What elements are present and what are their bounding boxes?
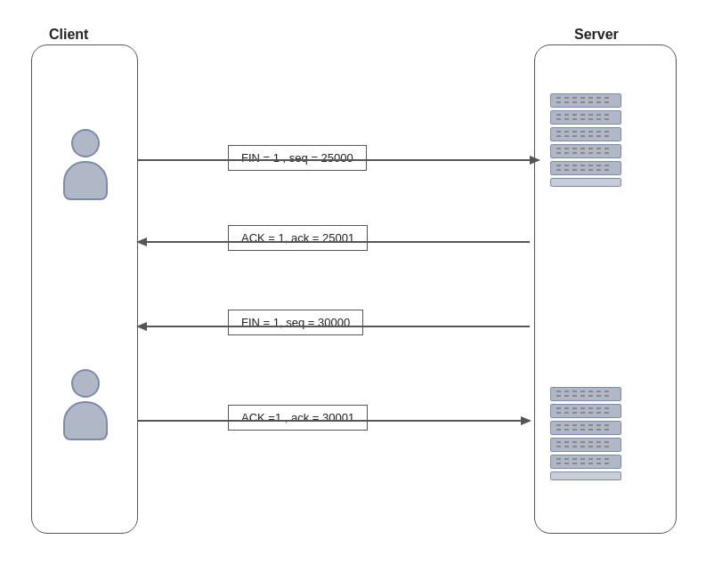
msg-box-2: ACK = 1, ack = 25001	[228, 225, 368, 251]
client-panel	[31, 44, 138, 534]
msg-box-1: FIN = 1 , seq = 25000	[228, 145, 367, 171]
server-rack-1	[550, 93, 621, 187]
client-label: Client	[49, 27, 88, 43]
client-person-1	[57, 129, 114, 205]
msg-box-4: ACK =1 , ack = 30001	[228, 405, 368, 431]
svg-marker-7	[521, 416, 531, 425]
client-person-2	[57, 369, 114, 445]
diagram: Client Server FIN = 1 , seq = 25000 ACK …	[0, 0, 714, 588]
server-label: Server	[574, 27, 619, 43]
server-rack-2	[550, 387, 621, 480]
msg-box-3: FIN = 1, seq = 30000	[228, 310, 363, 335]
